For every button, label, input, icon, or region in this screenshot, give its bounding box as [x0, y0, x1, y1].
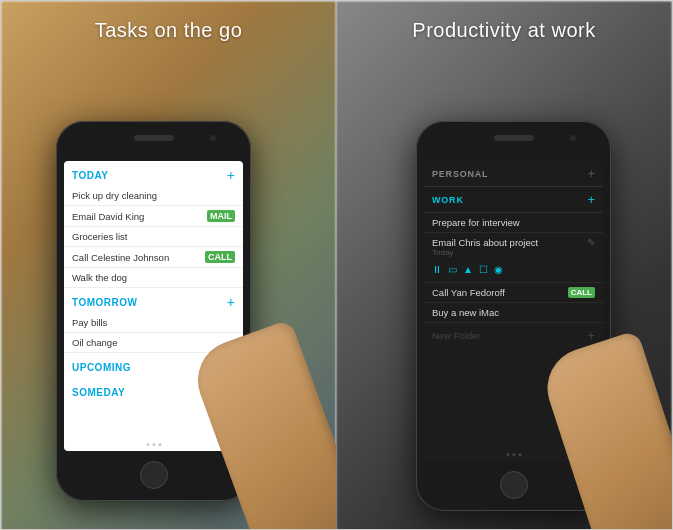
- today-add[interactable]: +: [227, 167, 235, 183]
- tomorrow-add[interactable]: +: [227, 294, 235, 310]
- right-headline: Productivity at work: [336, 19, 672, 42]
- dark-task-call-item[interactable]: Call Yan Fedoroff CALL: [424, 283, 603, 303]
- task-label: Email David King: [72, 211, 144, 222]
- personal-title: PERSONAL: [432, 169, 488, 179]
- task-label: Buy a new iMac: [432, 307, 499, 318]
- task-item[interactable]: Call Celestine Johnson CALL: [64, 247, 243, 268]
- task-label: Groceries list: [72, 231, 127, 242]
- task-label: Pick up dry cleaning: [72, 190, 157, 201]
- task-label: Walk the dog: [72, 272, 127, 283]
- dark-task-item[interactable]: Prepare for interview: [424, 213, 603, 233]
- task-label: Pay bills: [72, 317, 107, 328]
- tomorrow-header: TOMORROW +: [64, 288, 243, 313]
- new-folder-add[interactable]: +: [587, 328, 595, 343]
- task-label: Oil change: [72, 337, 117, 348]
- right-panel: Productivity at work PERSONAL + WORK + P…: [336, 1, 672, 530]
- flag-icon[interactable]: ▲: [463, 264, 473, 275]
- right-home-button[interactable]: [500, 471, 528, 499]
- today-title: TODAY: [72, 170, 108, 181]
- pause-icon[interactable]: ⏸: [432, 264, 442, 275]
- new-folder-label: New Folder: [432, 330, 481, 341]
- folder-icon[interactable]: ▭: [448, 264, 457, 275]
- task-icons-row: ⏸ ▭ ▲ ☐ ◉: [432, 261, 595, 278]
- task-label: Prepare for interview: [432, 217, 520, 228]
- task-item[interactable]: Pick up dry cleaning: [64, 186, 243, 206]
- personal-add[interactable]: +: [587, 166, 595, 181]
- left-speaker: [134, 135, 174, 141]
- left-home-button[interactable]: [140, 461, 168, 489]
- call-badge: CALL: [568, 287, 595, 298]
- task-item[interactable]: Walk the dog: [64, 268, 243, 288]
- dark-task-item-expanded[interactable]: Email Chris about project ✎ Today ⏸ ▭ ▲ …: [424, 233, 603, 283]
- upcoming-title: UPCOMING: [72, 362, 131, 373]
- call-badge: CALL: [205, 251, 235, 263]
- dark-task-item[interactable]: Buy a new iMac: [424, 303, 603, 323]
- work-add[interactable]: +: [587, 192, 595, 207]
- person-icon[interactable]: ◉: [494, 264, 503, 275]
- someday-title: SOMEDAY: [72, 387, 125, 398]
- mail-badge: MAIL: [207, 210, 235, 222]
- task-label: Email Chris about project: [432, 237, 538, 248]
- task-label: Call Celestine Johnson: [72, 252, 169, 263]
- right-camera: [570, 135, 576, 141]
- task-item[interactable]: Groceries list: [64, 227, 243, 247]
- task-label: Call Yan Fedoroff: [432, 287, 505, 298]
- work-title: WORK: [432, 195, 464, 205]
- edit-icon: ✎: [587, 237, 595, 248]
- today-header: TODAY +: [64, 161, 243, 186]
- note-icon[interactable]: ☐: [479, 264, 488, 275]
- left-camera: [210, 135, 216, 141]
- right-speaker: [494, 135, 534, 141]
- left-panel: Tasks on the go TODAY + Pick up dry clea…: [1, 1, 336, 530]
- personal-header: PERSONAL +: [424, 161, 603, 187]
- task-sub: Today: [432, 248, 595, 257]
- new-folder-row[interactable]: New Folder +: [424, 323, 603, 348]
- work-header: WORK +: [424, 187, 603, 213]
- task-item[interactable]: Email David King MAIL: [64, 206, 243, 227]
- task-item[interactable]: Pay bills: [64, 313, 243, 333]
- tomorrow-title: TOMORROW: [72, 297, 137, 308]
- left-headline: Tasks on the go: [1, 19, 336, 42]
